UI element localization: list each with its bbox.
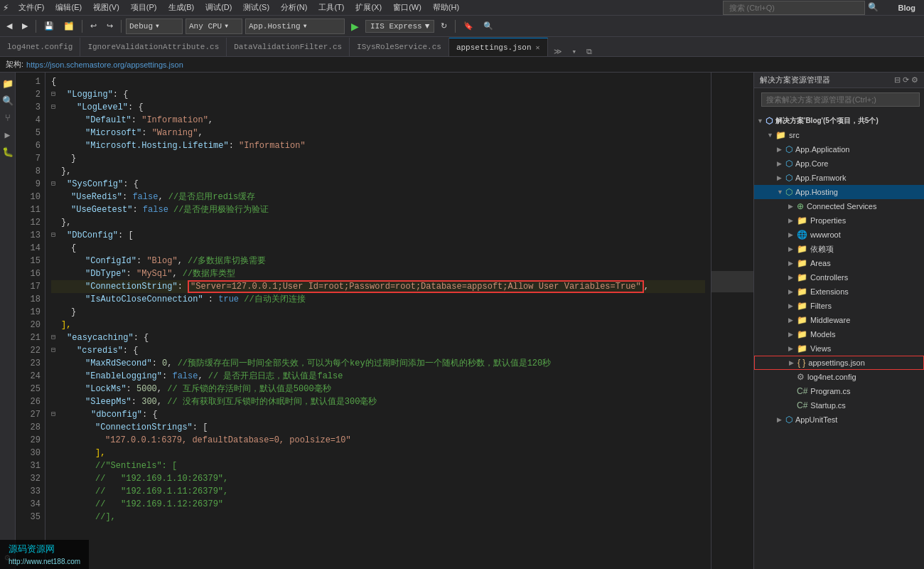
tab-overflow-btn[interactable]: ≫ <box>549 47 566 56</box>
tree-extensions[interactable]: ▶ 📁 Extensions <box>754 284 924 299</box>
tree-log4net-config[interactable]: ⚙ log4net.config <box>754 370 924 384</box>
tree-depends[interactable]: ▶ 📁 依赖项 <box>754 242 924 256</box>
tree-solution[interactable]: ▼ ⬡ 解决方案'Blog'(5个项目，共5个) <box>754 114 924 128</box>
tree-controllers[interactable]: ▶ 📁 Controllers <box>754 270 924 284</box>
menu-view[interactable]: 视图(V) <box>87 1 125 14</box>
menu-debug[interactable]: 调试(D) <box>200 1 237 14</box>
platform-dropdown[interactable]: Any CPU ▼ <box>186 18 242 34</box>
expand-middleware[interactable]: ▶ <box>788 317 795 324</box>
tab-actions[interactable]: ▾ <box>568 47 581 56</box>
expand-appsettings[interactable]: ▶ <box>789 359 796 366</box>
expand-models[interactable]: ▶ <box>788 331 795 338</box>
collapse-9[interactable]: ⊟ <box>51 178 55 191</box>
expand-controllers[interactable]: ▶ <box>788 274 795 281</box>
expand-properties[interactable]: ▶ <box>788 217 795 224</box>
panel-settings-icon[interactable]: ⚙ <box>911 75 918 85</box>
sidebar-icon-search[interactable]: 🔍 <box>1 94 15 108</box>
sidebar-icon-debug[interactable]: 🐛 <box>1 145 15 159</box>
minimap-thumb[interactable] <box>711 271 753 292</box>
menu-extensions[interactable]: 扩展(X) <box>350 1 387 14</box>
tree-app-framwork[interactable]: ▶ ⬡ App.Framwork <box>754 171 924 185</box>
tree-appunitest[interactable]: ▶ ⬡ AppUnitTest <box>754 413 924 427</box>
expand-app-core[interactable]: ▶ <box>777 160 784 167</box>
menu-analyze[interactable]: 分析(N) <box>275 1 313 14</box>
collapse-27[interactable]: ⊟ <box>51 408 55 421</box>
run-btn[interactable]: ▶ <box>348 18 362 34</box>
expand-connected-services[interactable]: ▶ <box>788 203 795 210</box>
tab-log4net[interactable]: log4net.config <box>0 38 80 56</box>
project-dropdown[interactable]: App.Hosting ▼ <box>245 18 345 34</box>
find-btn[interactable]: 🔍 <box>480 19 497 33</box>
sidebar-icon-explorer[interactable]: 📁 <box>1 77 15 91</box>
code-editor[interactable]: { ⊟ "Logging": { ⊟ "LogLevel": { "Defaul… <box>45 73 711 569</box>
sidebar-icon-run[interactable]: ▶ <box>1 128 15 142</box>
menu-project[interactable]: 项目(P) <box>125 1 163 14</box>
expand-views[interactable]: ▶ <box>788 345 795 352</box>
tree-wwwroot[interactable]: ▶ 🌐 wwwroot <box>754 228 924 242</box>
expand-app-framwork[interactable]: ▶ <box>777 174 784 181</box>
collapse-13[interactable]: ⊟ <box>51 229 55 242</box>
bookmark-btn[interactable]: 🔖 <box>460 19 477 33</box>
tab-ignore[interactable]: IgnoreValidationAttribute.cs <box>80 38 227 56</box>
menu-window[interactable]: 窗口(W) <box>387 1 427 14</box>
sidebar-icon-git[interactable]: ⑂ <box>1 111 15 125</box>
solution-icon: ⬡ <box>765 116 773 126</box>
expand-wwwroot[interactable]: ▶ <box>788 231 795 238</box>
tree-appsettings-json[interactable]: ▶ { } appsettings.json <box>754 356 924 370</box>
tab-dataval[interactable]: DataValidationFilter.cs <box>227 38 350 56</box>
sync-icon[interactable]: ⟳ <box>903 75 909 85</box>
tree-src[interactable]: ▼ 📁 src <box>754 128 924 142</box>
solution-search-input[interactable] <box>761 92 920 107</box>
tree-app-core[interactable]: ▶ ⬡ App.Core <box>754 156 924 171</box>
code-line-17: ● "ConnectionString": "Server=127.0.0.1;… <box>51 280 705 293</box>
close-icon[interactable]: ✕ <box>536 43 540 52</box>
expand-depends[interactable]: ▶ <box>788 245 795 252</box>
tree-program-cs[interactable]: C# Program.cs <box>754 384 924 398</box>
menu-tools[interactable]: 工具(T) <box>313 1 350 14</box>
global-search[interactable] <box>723 1 865 15</box>
expand-filters[interactable]: ▶ <box>788 302 795 309</box>
tab-isysrole[interactable]: ISysRoleService.cs <box>350 38 449 56</box>
tree-properties[interactable]: ▶ 📁 Properties <box>754 213 924 228</box>
menu-file[interactable]: 文件(F) <box>13 1 50 14</box>
collapse-3[interactable]: ⊟ <box>51 101 55 114</box>
tree-filters[interactable]: ▶ 📁 Filters <box>754 299 924 313</box>
tree-app-application[interactable]: ▶ ⬡ App.Application <box>754 142 924 156</box>
tree-startup-cs[interactable]: C# Startup.cs <box>754 398 924 413</box>
tree-connected-services[interactable]: ▶ ⊕ Connected Services <box>754 199 924 213</box>
expand-src[interactable]: ▼ <box>767 132 774 139</box>
collapse-21[interactable]: ⊟ <box>51 331 55 344</box>
save-btn[interactable]: 💾 <box>41 19 58 33</box>
menu-help[interactable]: 帮助(H) <box>427 1 465 14</box>
code-line-27: ⊟ "dbconfig": { <box>51 408 705 421</box>
undo-btn[interactable]: ↩ <box>87 19 100 33</box>
collapse-22[interactable]: ⊟ <box>51 344 55 357</box>
collapse-2[interactable]: ⊟ <box>51 88 55 101</box>
forward-btn[interactable]: ▶ <box>18 19 31 33</box>
expand-solution[interactable]: ▼ <box>757 117 764 124</box>
config-dropdown[interactable]: Debug ▼ <box>126 18 183 34</box>
schema-url[interactable]: https://json.schemastore.org/appsettings… <box>26 60 183 69</box>
tree-middleware[interactable]: ▶ 📁 Middleware <box>754 313 924 327</box>
collapse-all-icon[interactable]: ⊟ <box>894 75 901 85</box>
expand-extensions[interactable]: ▶ <box>788 288 795 295</box>
expand-app-app[interactable]: ▶ <box>777 146 784 153</box>
menu-test[interactable]: 测试(S) <box>237 1 275 14</box>
redo-btn[interactable]: ↪ <box>103 19 117 33</box>
tree-app-hosting[interactable]: ▼ ⬡ App.Hosting <box>754 185 924 199</box>
expand-areas[interactable]: ▶ <box>788 260 795 267</box>
save-all-btn[interactable]: 🗂️ <box>60 19 77 33</box>
refresh-btn[interactable]: ↻ <box>437 19 451 33</box>
expand-app-hosting[interactable]: ▼ <box>777 188 784 196</box>
watermark: 源码资源网 http://www.net188.com <box>0 540 89 569</box>
tree-areas[interactable]: ▶ 📁 Areas <box>754 256 924 270</box>
tab-appsettings[interactable]: appsettings.json ✕ <box>449 38 548 56</box>
iis-dropdown[interactable]: IIS Express ▼ <box>365 20 434 33</box>
tree-views[interactable]: ▶ 📁 Views <box>754 341 924 356</box>
menu-build[interactable]: 生成(B) <box>163 1 200 14</box>
menu-edit[interactable]: 编辑(E) <box>50 1 87 14</box>
new-window-btn[interactable]: ⧉ <box>582 48 596 56</box>
tree-models[interactable]: ▶ 📁 Models <box>754 327 924 341</box>
expand-appunitest[interactable]: ▶ <box>777 416 784 423</box>
back-btn[interactable]: ◀ <box>3 19 16 33</box>
